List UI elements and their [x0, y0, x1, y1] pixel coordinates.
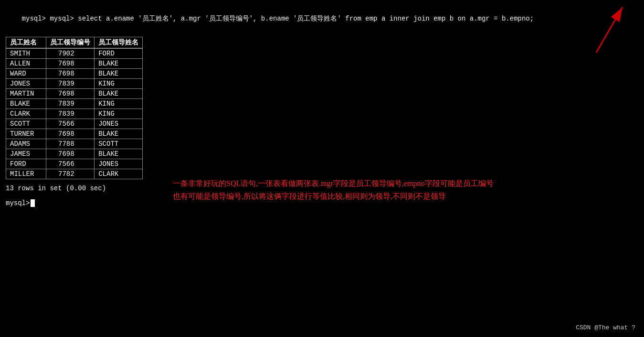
table-cell: SCOTT — [6, 119, 46, 129]
table-cell: 7566 — [46, 159, 95, 169]
table-cell: 7698 — [46, 68, 95, 78]
table-cell: FORD — [95, 48, 143, 59]
table-row: SCOTT 7566JONES — [6, 119, 143, 129]
table-row: WARD 7698BLAKE — [6, 68, 143, 78]
table-cell: KING — [95, 109, 143, 119]
table-cell: TURNER — [6, 129, 46, 139]
table-row: TURNER 7698BLAKE — [6, 129, 143, 139]
table-cell: KING — [95, 98, 143, 109]
table-cell: SCOTT — [95, 139, 143, 149]
table-cell: 7839 — [46, 78, 95, 88]
table-cell: 7698 — [46, 88, 95, 98]
table-cell: KING — [95, 78, 143, 88]
watermark: CSDN @The what ? — [576, 324, 635, 331]
table-cell: 7698 — [46, 149, 95, 159]
result-table: 员工姓名 员工领导编号 员工领导姓名 SMITH 7902FORDALLEN 7… — [6, 37, 143, 179]
table-cell: 7566 — [46, 119, 95, 129]
table-cell: BLAKE — [95, 68, 143, 78]
table-cell: MARTIN — [6, 88, 46, 98]
table-row: ADAMS 7788SCOTT — [6, 139, 143, 149]
table-row: CLARK 7839KING — [6, 109, 143, 119]
table-cell: WARD — [6, 68, 46, 78]
table-cell: BLAKE — [6, 98, 46, 109]
table-cell: CLARK — [6, 109, 46, 119]
table-cell: 7839 — [46, 98, 95, 109]
table-row: ALLEN 7698BLAKE — [6, 58, 143, 68]
table-row: JONES 7839KING — [6, 78, 143, 88]
table-cell: 7698 — [46, 58, 95, 68]
col-header-mgr: 员工领导编号 — [46, 37, 95, 48]
table-row: MARTIN 7698BLAKE — [6, 88, 143, 98]
col-header-leader: 员工领导姓名 — [95, 37, 143, 48]
table-cell: SMITH — [6, 48, 46, 59]
table-cell: BLAKE — [95, 129, 143, 139]
table-cell: JONES — [6, 78, 46, 88]
table-row: JAMES 7698BLAKE — [6, 149, 143, 159]
table-cell: FORD — [6, 159, 46, 169]
table-cell: 7902 — [46, 48, 95, 59]
table-row: BLAKE 7839KING — [6, 98, 143, 109]
query-text: mysql> select a.ename '员工姓名', a.mgr '员工领… — [50, 15, 534, 22]
table-cell: BLAKE — [95, 58, 143, 68]
table-cell: JONES — [95, 159, 143, 169]
annotation-text: 一条非常好玩的SQL语句,一张表看做两张表.mgr字段是员工领导编号,empno… — [173, 177, 494, 203]
terminal-window: mysql> mysql> select a.ename '员工姓名', a.m… — [0, 0, 644, 337]
table-cell: ADAMS — [6, 139, 46, 149]
table-row: FORD 7566JONES — [6, 159, 143, 169]
table-cell: 7782 — [46, 169, 95, 179]
table-cell: ALLEN — [6, 58, 46, 68]
table-cell: MILLER — [6, 169, 46, 179]
sql-query-line: mysql> mysql> select a.ename '员工姓名', a.m… — [6, 5, 638, 33]
query-prompt: mysql> — [22, 15, 50, 22]
table-header-row: 员工姓名 员工领导编号 员工领导姓名 — [6, 37, 143, 48]
col-header-ename: 员工姓名 — [6, 37, 46, 48]
cursor-prompt: mysql> — [6, 199, 30, 207]
table-cell: BLAKE — [95, 149, 143, 159]
table-cell: JONES — [95, 119, 143, 129]
table-row: MILLER 7782CLARK — [6, 169, 143, 179]
cursor-block — [31, 199, 35, 207]
table-cell: BLAKE — [95, 88, 143, 98]
table-cell: 7788 — [46, 139, 95, 149]
table-cell: CLARK — [95, 169, 143, 179]
table-cell: 7698 — [46, 129, 95, 139]
table-row: SMITH 7902FORD — [6, 48, 143, 59]
table-cell: 7839 — [46, 109, 95, 119]
table-cell: JAMES — [6, 149, 46, 159]
